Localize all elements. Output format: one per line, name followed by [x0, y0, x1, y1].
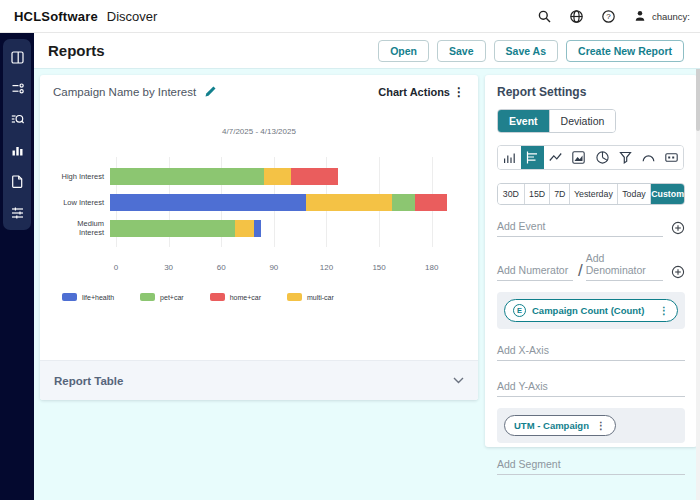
add-x-axis-field[interactable]: Add X-Axis: [497, 344, 685, 361]
sidebar-item-session-search[interactable]: [9, 112, 25, 127]
add-denominator-field[interactable]: Add Denominator: [586, 252, 663, 281]
time-yesterday[interactable]: Yesterday: [569, 184, 616, 204]
tab-deviation[interactable]: Deviation: [549, 110, 616, 132]
funnel-chart-icon[interactable]: [614, 146, 637, 169]
bar-segment-life+health[interactable]: [110, 194, 306, 211]
bar-chart-icon[interactable]: [521, 146, 544, 169]
chart-type-selector: [497, 145, 684, 170]
tab-event[interactable]: Event: [498, 110, 549, 132]
help-icon[interactable]: ?: [601, 9, 616, 24]
bar-segment-pet+car[interactable]: [392, 194, 415, 211]
product-name: Discover: [107, 9, 158, 24]
x-axis: 0306090120150180: [116, 263, 458, 273]
legend-label: multi-car: [307, 294, 334, 301]
chip-kebab-icon[interactable]: ⋮: [659, 305, 669, 316]
user-menu[interactable]: chauncy:: [633, 9, 690, 23]
x-tick-label: 120: [320, 263, 333, 272]
report-table-toggle[interactable]: Report Table: [40, 360, 478, 400]
legend-swatch: [287, 293, 302, 301]
brand-logo: HCLSoftware Discover: [14, 9, 157, 24]
campaign-count-label: Campaign Count (Count): [532, 305, 644, 316]
bar-segment-home+car[interactable]: [415, 194, 447, 211]
app-window: HCLSoftware Discover ? chauncy:: [0, 0, 700, 500]
create-new-report-button[interactable]: Create New Report: [566, 40, 684, 62]
dashboard-icon: [10, 50, 25, 65]
globe-icon[interactable]: [569, 9, 584, 24]
sidebar-item-reports[interactable]: [9, 143, 25, 158]
legend-label: life+health: [82, 294, 114, 301]
sidebar-item-dashboards[interactable]: [9, 50, 25, 65]
x-tick-label: 90: [269, 263, 278, 272]
bar-segment-life+health[interactable]: [254, 220, 261, 237]
bar-segment-multi-car[interactable]: [235, 220, 254, 237]
line-chart-icon[interactable]: [544, 146, 567, 169]
vertical-scrollbar[interactable]: [696, 33, 700, 500]
open-button[interactable]: Open: [378, 40, 429, 62]
legend-item[interactable]: pet+car: [140, 293, 184, 301]
save-as-button[interactable]: Save As: [494, 40, 558, 62]
segments-icon: [10, 81, 25, 96]
bar-row: Medium Interest: [54, 215, 478, 241]
time-15d[interactable]: 15D: [524, 184, 550, 204]
category-label: High Interest: [54, 172, 110, 181]
legend-label: pet+car: [160, 294, 184, 301]
bar-segment-multi-car[interactable]: [306, 194, 392, 211]
area-chart-icon[interactable]: [567, 146, 590, 169]
event-chip-container: E Campaign Count (Count) ⋮: [497, 292, 685, 329]
bar-segment-multi-car[interactable]: [264, 168, 290, 185]
sidebar-rail: [3, 39, 31, 230]
add-event-field[interactable]: Add Event: [497, 220, 663, 237]
ratio-slash: /: [573, 261, 586, 281]
x-tick-label: 0: [114, 263, 118, 272]
add-event-plus-icon[interactable]: [671, 221, 685, 235]
bar-track: [110, 220, 452, 237]
event-badge: E: [513, 304, 526, 317]
add-y-axis-field[interactable]: Add Y-Axis: [497, 380, 685, 397]
legend-swatch: [62, 293, 77, 301]
card-chart-icon[interactable]: [660, 146, 683, 169]
chip2-kebab-icon[interactable]: ⋮: [596, 420, 606, 431]
chevron-down-icon: [453, 377, 464, 384]
time-custom[interactable]: Custom: [650, 184, 684, 204]
category-label: Medium Interest: [54, 219, 110, 237]
legend-item[interactable]: home+car: [210, 293, 261, 301]
time-30d[interactable]: 30D: [498, 184, 524, 204]
sidebar-item-segments[interactable]: [9, 81, 25, 96]
bar-segment-pet+car[interactable]: [110, 168, 264, 185]
campaign-count-chip[interactable]: E Campaign Count (Count) ⋮: [504, 299, 678, 322]
edit-title-icon[interactable]: [204, 85, 217, 98]
user-name: chauncy:: [652, 11, 690, 22]
tune-icon: [10, 205, 25, 220]
time-today[interactable]: Today: [617, 184, 651, 204]
save-button[interactable]: Save: [437, 40, 486, 62]
x-tick-label: 30: [164, 263, 173, 272]
search-list-icon: [10, 112, 25, 127]
arc-chart-icon[interactable]: [637, 146, 660, 169]
time-7d[interactable]: 7D: [549, 184, 569, 204]
bar-segment-pet+car[interactable]: [110, 220, 235, 237]
chart-plot: High InterestLow InterestMedium Interest…: [54, 163, 478, 273]
svg-text:?: ?: [606, 12, 611, 21]
search-icon[interactable]: [537, 9, 552, 24]
column-chart-icon[interactable]: [498, 146, 521, 169]
pie-chart-icon[interactable]: [591, 146, 614, 169]
bar-track: [110, 168, 452, 185]
sidebar-item-pages[interactable]: [9, 174, 25, 189]
report-toolbar: Open Save Save As Create New Report: [378, 40, 686, 62]
add-segment-row: Add Segment: [497, 458, 685, 475]
chart-actions-button[interactable]: Chart Actions ⋮: [378, 86, 465, 98]
utm-campaign-chip[interactable]: UTM - Campaign ⋮: [504, 415, 616, 436]
legend-item[interactable]: multi-car: [287, 293, 334, 301]
add-ratio-plus-icon[interactable]: [671, 265, 685, 279]
add-event-row: Add Event: [497, 220, 685, 237]
bar-segment-home+car[interactable]: [291, 168, 338, 185]
add-segment-field[interactable]: Add Segment: [497, 458, 685, 475]
report-table-label: Report Table: [54, 375, 123, 387]
chart-actions-label: Chart Actions: [378, 86, 450, 98]
category-label: Low Interest: [54, 198, 110, 207]
legend-item[interactable]: life+health: [62, 293, 114, 301]
x-tick-label: 60: [217, 263, 226, 272]
legend-label: home+car: [230, 294, 261, 301]
sidebar-item-options[interactable]: [9, 205, 25, 220]
add-numerator-field[interactable]: Add Numerator: [497, 264, 573, 281]
